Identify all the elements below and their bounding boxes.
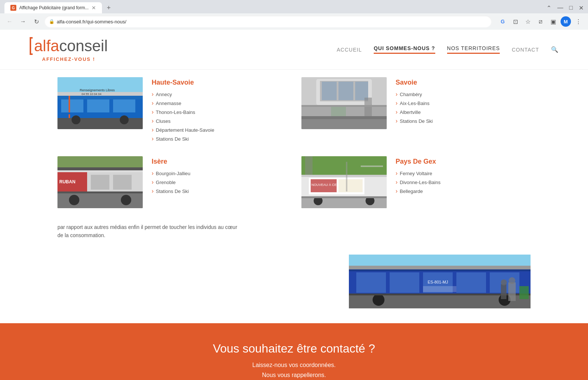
profile-button[interactable]: M — [561, 16, 571, 27]
pays-de-gex-ferney[interactable]: Ferney Voltaire — [396, 170, 531, 177]
svg-rect-25 — [301, 118, 387, 129]
cta-title: Vous souhaitez être contacté ? — [7, 342, 581, 356]
content-with-banners: Renseignements Libres 04 55 10 04 04 Hau… — [0, 70, 588, 255]
cta-subtitle-line1: Laissez-nous vos coordonnées. — [252, 362, 336, 368]
page-content: alfa conseil AFFICHEZ-VOUS ! ACCUEIL QUI… — [0, 30, 588, 380]
refresh-button[interactable]: ↻ — [31, 16, 42, 27]
haute-savoie-title[interactable]: Haute-Savoie — [152, 79, 287, 86]
new-tab-button[interactable]: + — [103, 3, 114, 13]
savoie-title[interactable]: Savoie — [396, 79, 531, 86]
logo[interactable]: alfa conseil AFFICHEZ-VOUS ! — [30, 37, 108, 62]
text-section: par rapport aux autres médias enfin il p… — [0, 216, 588, 255]
savoie-info: Savoie Chambéry Aix-Les-Bains Albertvill… — [396, 77, 531, 127]
forward-button[interactable]: → — [18, 16, 28, 27]
svg-point-77 — [509, 277, 515, 284]
tab-close-button[interactable]: ✕ — [92, 5, 96, 11]
svg-rect-18 — [322, 82, 337, 100]
haute-savoie-dept[interactable]: Département Haute-Savoie — [152, 127, 287, 133]
side-panel-icon[interactable]: ▣ — [548, 16, 558, 27]
svg-rect-55 — [301, 196, 387, 198]
svg-point-39 — [121, 195, 131, 205]
pays-de-gex-title[interactable]: Pays De Gex — [396, 158, 531, 166]
logo-tagline: AFFICHEZ-VOUS ! — [30, 56, 108, 62]
big-bus-image: ES-801-MJ — [349, 255, 531, 308]
search-icon[interactable]: 🔍 — [551, 46, 558, 53]
bookmark-icon[interactable]: ☆ — [523, 16, 533, 27]
territory-haute-savoie: Renseignements Libres 04 55 10 04 04 Hau… — [57, 77, 287, 144]
browser-titlebar: G Affichage Publicitaire (grand form... … — [0, 0, 588, 13]
svg-point-9 — [120, 115, 129, 124]
savoie-aix[interactable]: Aix-Les-Bains — [396, 100, 531, 107]
logo-alfa: alfa — [34, 38, 59, 54]
cast-icon[interactable]: ⊡ — [510, 16, 521, 27]
territory-savoie: Savoie Chambéry Aix-Les-Bains Albertvill… — [301, 77, 531, 144]
google-search-icon[interactable]: G — [498, 16, 508, 27]
nav-contact[interactable]: CONTACT — [512, 47, 539, 53]
haute-savoie-ski[interactable]: Stations De Ski — [152, 135, 287, 142]
pays-de-gex-bellegarde[interactable]: Bellegarde — [396, 188, 531, 194]
tab-favicon: G — [10, 5, 16, 11]
toolbar-icons: G ⊡ ☆ ⧄ ▣ M ⋮ — [498, 16, 584, 27]
browser-tab[interactable]: G Affichage Publicitaire (grand form... … — [4, 2, 102, 13]
isere-title[interactable]: Isère — [152, 158, 287, 166]
savoie-ski[interactable]: Stations De Ski — [396, 118, 531, 124]
savoie-chambery[interactable]: Chambéry — [396, 91, 531, 98]
site-navigation: ACCUEIL QUI SOMMES-NOUS ? NOS TERRITOIRE… — [337, 45, 558, 54]
isere-ski[interactable]: Stations De Ski — [152, 188, 287, 194]
svg-rect-74 — [501, 284, 506, 299]
svg-point-75 — [501, 279, 507, 285]
nav-qui-sommes-nous[interactable]: QUI SOMMES-NOUS ? — [374, 45, 435, 54]
svg-rect-56 — [361, 166, 383, 167]
logo-bracket — [30, 37, 33, 55]
svg-rect-73 — [423, 286, 456, 292]
svg-text:Renseignements Libres: Renseignements Libres — [80, 88, 115, 92]
window-close[interactable]: ✕ — [579, 4, 584, 12]
logo-conseil: conseil — [59, 38, 108, 54]
haute-savoie-annemasse[interactable]: Annemasse — [152, 100, 287, 107]
tab-title: Affichage Publicitaire (grand form... — [19, 5, 89, 10]
svg-text:RUBAN: RUBAN — [59, 179, 75, 184]
nav-nos-territoires[interactable]: NOS TERRITOIRES — [447, 45, 500, 54]
svg-rect-26 — [301, 116, 387, 119]
window-minimize[interactable]: — — [557, 4, 563, 11]
svg-rect-7 — [57, 118, 143, 129]
svg-rect-59 — [349, 266, 531, 269]
browser-toolbar: ← → ↻ 🔒 alfa-conseil.fr/qui-sommes-nous/… — [0, 13, 588, 30]
svg-rect-4 — [61, 99, 83, 112]
svg-rect-5 — [87, 99, 109, 112]
isere-grenoble[interactable]: Grenoble — [152, 179, 287, 186]
window-maximize[interactable]: □ — [569, 4, 573, 11]
cta-subtitle: Laissez-nous vos coordonnées. Nous vous … — [7, 360, 581, 380]
haute-savoie-image: Renseignements Libres 04 55 10 04 04 — [57, 77, 143, 129]
extensions-icon[interactable]: ⧄ — [535, 16, 546, 27]
haute-savoie-annecy[interactable]: Annecy — [152, 91, 287, 98]
territory-pays-de-gex: NOUVEAU À CESSY Pays De Ge — [301, 156, 531, 208]
logo-text: alfa conseil — [30, 37, 108, 55]
svg-rect-36 — [113, 175, 132, 190]
svg-rect-76 — [508, 282, 516, 301]
pays-de-gex-image: NOUVEAU À CESSY — [301, 156, 387, 208]
svg-rect-11 — [57, 112, 143, 114]
svg-rect-19 — [338, 82, 353, 100]
menu-button[interactable]: ⋮ — [573, 16, 584, 27]
isere-image: RUBAN — [57, 156, 143, 208]
svg-rect-24 — [301, 105, 387, 107]
haute-savoie-info: Haute-Savoie Annecy Annemasse Thonon-Les… — [152, 77, 287, 144]
window-scroll-up[interactable]: ⌃ — [546, 4, 551, 12]
svg-rect-57 — [346, 162, 347, 191]
haute-savoie-cluses[interactable]: Cluses — [152, 118, 287, 124]
address-bar[interactable]: 🔒 alfa-conseil.fr/qui-sommes-nous/ — [44, 16, 492, 27]
isere-bourgoin[interactable]: Bourgoin-Jallieu — [152, 170, 287, 177]
lock-icon: 🔒 — [49, 19, 54, 24]
cta-subtitle-line2: Nous vous rappellerons. — [262, 372, 326, 378]
pays-de-gex-divonne[interactable]: Divonne-Les-Bains — [396, 179, 531, 186]
svg-rect-65 — [456, 272, 486, 293]
back-button[interactable]: ← — [4, 16, 15, 27]
nav-accueil[interactable]: ACCUEIL — [337, 47, 362, 53]
svg-rect-20 — [355, 82, 368, 100]
haute-savoie-thonon[interactable]: Thonon-Les-Bains — [152, 109, 287, 115]
savoie-albertville[interactable]: Albertville — [396, 109, 531, 115]
territories-section: Renseignements Libres 04 55 10 04 04 Hau… — [0, 70, 588, 216]
svg-rect-35 — [91, 175, 109, 190]
svg-point-8 — [72, 115, 80, 124]
